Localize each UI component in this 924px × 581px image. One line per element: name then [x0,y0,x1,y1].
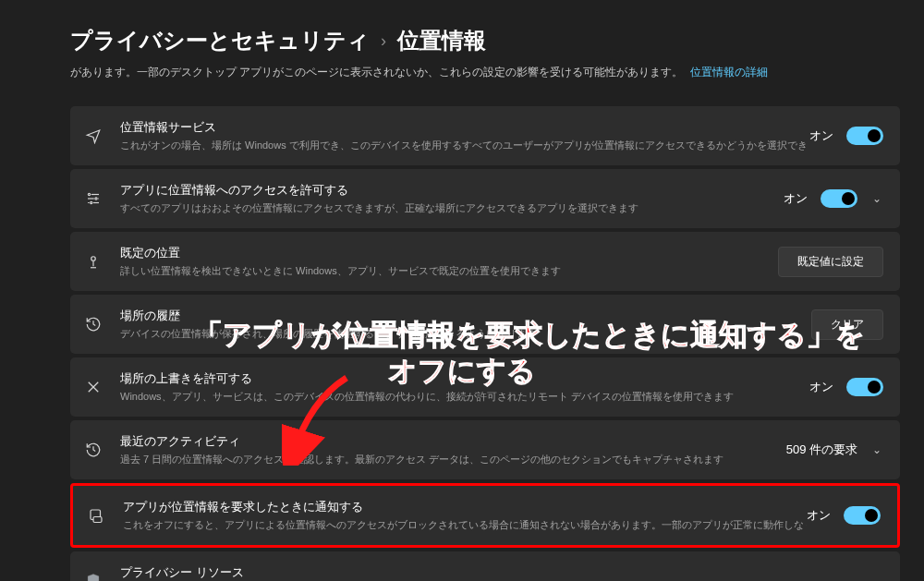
row-title: 最近のアクティビティ [120,433,786,450]
row-title: アプリが位置情報を要求したときに通知する [123,499,807,515]
row-desc: これをオフにすると、アプリによる位置情報へのアクセスがブロックされている場合に通… [123,518,807,532]
row-privacy-resources: プライバシー リソース これらの設定とプライバシーについて|プライバシー ダッシ… [70,551,900,581]
toggle-state: オン [809,127,833,144]
location-pin-icon [83,251,103,272]
svg-point-5 [91,201,92,203]
svg-point-0 [88,193,90,195]
svg-point-2 [95,198,97,200]
toggle-state: オン [784,190,808,207]
history-icon [83,314,103,334]
shield-icon [83,571,103,581]
intro-text: があります。一部のデスクトップ アプリがこのページに表示されないか、これらの設定… [70,65,924,80]
row-notify-request: アプリが位置情報を要求したときに通知する これをオフにすると、アプリによる位置情… [70,483,900,548]
toggle-app-access[interactable] [821,189,857,208]
row-title: 位置情報サービス [120,119,809,136]
toggle-location-service[interactable] [846,127,883,145]
row-title: 場所の上書きを許可する [120,370,809,387]
toggle-notify[interactable] [844,506,881,525]
row-title: 場所の履歴 [120,308,811,324]
cross-arrows-icon [83,377,103,397]
page-title: 位置情報 [397,26,486,55]
svg-rect-10 [93,517,102,523]
row-desc: すべてのアプリはおおよその位置情報にアクセスできますが、正確な場所にアクセスでき… [120,201,784,215]
row-override: 場所の上書きを許可する Windows、アプリ、サービスは、このデバイスの位置情… [70,357,900,417]
row-desc: これがオンの場合、場所は Windows で利用でき、このデバイスを使用するすべ… [120,139,809,152]
chevron-right-icon: › [381,31,386,51]
row-title: アプリに位置情報へのアクセスを許可する [120,182,784,199]
toggle-state: オン [809,379,833,395]
row-app-access[interactable]: アプリに位置情報へのアクセスを許可する すべてのアプリはおおよその位置情報にアク… [70,169,900,228]
svg-point-8 [91,257,96,261]
row-title: プライバシー リソース [120,564,883,581]
location-arrow-icon [83,126,103,146]
row-default-location: 既定の位置 詳しい位置情報を検出できないときに Windows、アプリ、サービス… [70,232,900,291]
row-title: 既定の位置 [120,245,778,261]
row-desc: デバイスの位置情報が保存され、場所の履歴を使用するアプリで利用できるようになりま… [120,327,811,341]
row-desc: 詳しい位置情報を検出できないときに Windows、アプリ、サービスで既定の位置… [120,264,778,278]
set-default-button[interactable]: 既定値に設定 [778,247,883,277]
toggle-override[interactable] [846,378,883,396]
chevron-down-icon[interactable]: ⌄ [870,443,883,456]
row-desc: 過去 7 日間の位置情報へのアクセスを確認します。最新のアクセス データは、この… [120,453,786,466]
row-recent-activity[interactable]: 最近のアクティビティ 過去 7 日間の位置情報へのアクセスを確認します。最新のア… [70,420,900,479]
breadcrumb-parent[interactable]: プライバシーとセキュリティ [70,26,370,55]
learn-more-link[interactable]: 位置情報の詳細 [690,66,768,79]
request-count: 509 件の要求 [786,442,857,458]
chevron-down-icon[interactable]: ⌄ [870,192,883,205]
row-desc: Windows、アプリ、サービスは、このデバイスの位置情報の代わりに、接続が許可… [120,390,809,404]
sliders-icon [83,188,103,209]
breadcrumb: プライバシーとセキュリティ › 位置情報 [70,26,924,55]
row-history: 場所の履歴 デバイスの位置情報が保存され、場所の履歴を使用するアプリで利用できる… [70,295,900,354]
history-icon [83,440,103,460]
clear-button[interactable]: クリア [811,309,883,340]
notification-icon [86,505,106,526]
toggle-state: オン [807,507,831,524]
row-location-service[interactable]: 位置情報サービス これがオンの場合、場所は Windows で利用でき、このデバ… [70,106,900,165]
